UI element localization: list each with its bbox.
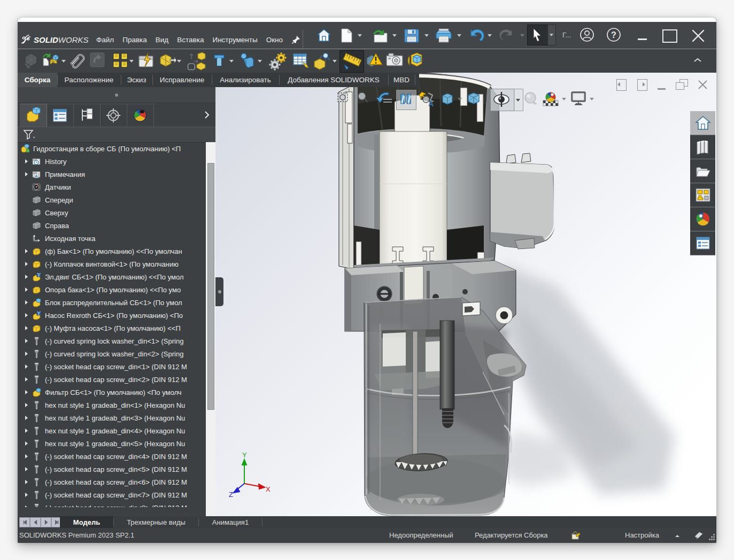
svg-text:Y: Y: [242, 451, 247, 459]
svg-text:X: X: [266, 485, 271, 493]
svg-text:Z: Z: [229, 491, 233, 498]
svg-text:?: ?: [611, 30, 616, 40]
svg-text:A: A: [428, 99, 434, 108]
